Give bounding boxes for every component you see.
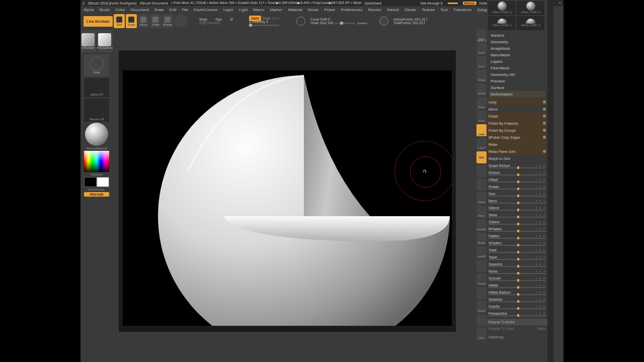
menu-document[interactable]: Document — [131, 8, 149, 12]
section-arraymesh[interactable]: ArrayMesh — [489, 45, 545, 52]
mrgb-group[interactable]: MrgbRgbM Rgb Intensity — [199, 18, 233, 25]
deform-inflate-balloon[interactable]: Inflate Balloonx y z — [487, 289, 547, 296]
tool-zmodeler[interactable]: ZModeler — [80, 30, 96, 52]
deform-spherize[interactable]: Spherizex y z — [487, 296, 547, 303]
deform-polish-by-features[interactable]: Polish By Features — [487, 120, 547, 127]
rtool-rotate[interactable]: Rotate — [476, 233, 487, 245]
menu-macro[interactable]: Macro — [253, 8, 264, 12]
rtool-persp[interactable]: Persp — [476, 97, 487, 109]
quicksave-button[interactable]: QuickSave — [365, 2, 382, 5]
deform-relax-plane-grid[interactable]: Relax Plane Grid — [487, 148, 547, 155]
rtool-qvz[interactable]: Qvz — [476, 151, 487, 163]
deform-squeeze[interactable]: Squeezex y z — [487, 260, 547, 267]
rtool-solo[interactable]: Solo — [476, 328, 487, 340]
menu-stroke[interactable]: Stroke — [405, 8, 416, 12]
section-surface[interactable]: Surface — [489, 84, 545, 91]
stroke-dots[interactable]: Dots — [84, 54, 109, 76]
deform-resym[interactable]: ReSymx y z — [487, 169, 547, 176]
menu-layer[interactable]: Layer — [223, 8, 233, 12]
section-preview[interactable]: Preview — [489, 78, 545, 84]
subtool-thumb[interactable]: UMesh_PM3D_S — [517, 1, 544, 15]
rtool-local[interactable]: Local — [476, 124, 487, 136]
deform-relax[interactable]: Relax — [487, 141, 547, 148]
live-boolean-button[interactable]: Live Boolean — [84, 16, 113, 27]
color-picker[interactable] — [84, 151, 109, 172]
menu-brush[interactable]: Brush — [99, 8, 110, 12]
menu-edit[interactable]: Edit — [170, 8, 177, 12]
deform-skew[interactable]: Skewx y z — [487, 211, 547, 218]
menu-texture[interactable]: Texture — [422, 8, 435, 12]
menus-button[interactable]: Menus — [463, 2, 476, 5]
rtool-transp[interactable]: Transp — [476, 274, 487, 286]
zadd-group[interactable]: ZaddZsubZcut Z Intensity 0 — [249, 17, 279, 26]
mask-button[interactable]: Mask — [517, 325, 547, 332]
menu-draw[interactable]: Draw — [154, 8, 164, 12]
alpha-slot[interactable]: Alpha Off — [84, 78, 109, 97]
rtool-aahalf[interactable]: AAHalf — [476, 83, 487, 96]
rotate-button[interactable]: Rotate — [162, 14, 173, 28]
menu-file[interactable]: File — [182, 8, 188, 12]
rtool-btn17[interactable] — [476, 260, 487, 272]
deform-rotate[interactable]: Rotatex y z — [487, 183, 547, 190]
menu-marker[interactable]: Marker — [270, 8, 283, 12]
menu-tool[interactable]: Tool — [440, 8, 448, 12]
menu-stencil[interactable]: Stencil — [387, 8, 399, 12]
deform-morph-to-grid[interactable]: Morph to Grid — [487, 155, 547, 162]
deform-sflatten[interactable]: SFlattenx y z — [487, 239, 547, 246]
deform-unify[interactable]: Unify — [487, 99, 547, 106]
subtool-thumb[interactable]: UMesh_PM3D_S — [488, 1, 516, 15]
deform-bend[interactable]: Bendx y z — [487, 197, 547, 204]
rtool-floor[interactable]: Floor — [476, 111, 487, 123]
section-fibermesh[interactable]: FiberMesh — [489, 65, 545, 71]
deform-polish-crisp-edges[interactable]: 0Polish Crisp Edges — [487, 134, 547, 141]
deform-mirror[interactable]: Mirror — [487, 106, 547, 113]
section-geometry-hd[interactable]: Geometry HD — [489, 71, 545, 78]
section-deformation[interactable]: Deformation — [489, 91, 545, 98]
rtool-zoom[interactable]: Zoom — [476, 56, 487, 68]
section-nanomesh[interactable]: NanoMesh — [489, 52, 545, 58]
deform-taper[interactable]: Taperx y z — [487, 253, 547, 260]
deform-polish-by-groups[interactable]: Polish By Groups — [487, 127, 547, 134]
right-scrollbar[interactable] — [547, 0, 553, 362]
deform-noise[interactable]: Noisex y z — [487, 267, 547, 275]
color-swatches[interactable] — [84, 177, 109, 187]
rtool-zoom3d[interactable]: Zoom3D — [476, 219, 487, 231]
menu-light[interactable]: Light — [239, 8, 248, 12]
section-subtool[interactable]: Subtool — [489, 32, 545, 39]
menu-alpha[interactable]: Alpha — [84, 8, 94, 12]
gyro-icon[interactable] — [174, 15, 187, 28]
rtool-btn21[interactable] — [476, 314, 487, 326]
menu-material[interactable]: Material — [288, 8, 302, 12]
rtool-xpose[interactable]: Xpose — [476, 301, 487, 313]
menu-color[interactable]: Color — [115, 8, 125, 12]
close-icon[interactable]: ✕ — [558, 1, 561, 5]
repeat-other-button[interactable]: Repeat To Other — [487, 325, 517, 332]
menu-transform[interactable]: Transform — [453, 8, 471, 12]
rtool-btn11[interactable] — [476, 178, 487, 191]
masking-section[interactable]: Masking — [487, 334, 547, 340]
tool-polysphere[interactable]: PolySphere — [97, 30, 113, 52]
rtool-move[interactable]: Move — [476, 206, 487, 218]
deform-size[interactable]: Sizex y z — [487, 190, 547, 197]
focal-gyro-icon[interactable] — [296, 17, 305, 26]
menu-preferences[interactable]: Preferences — [341, 8, 362, 12]
menu-movie[interactable]: Movie — [308, 8, 318, 12]
texture-slot[interactable]: Texture Off — [84, 99, 109, 122]
deform-smart-resym[interactable]: Smart ReSymx y z — [487, 162, 547, 169]
switch-color[interactable]: SwitchColor — [80, 188, 113, 191]
rtool-l.sym[interactable]: L.Sym — [476, 138, 487, 150]
deform-flatten[interactable]: Flattenx y z — [487, 232, 547, 239]
rtool-scroll[interactable]: Scroll — [476, 43, 487, 55]
viewport[interactable] — [123, 70, 452, 326]
spix-label[interactable]: SPix 3 — [477, 39, 486, 42]
edit-button[interactable]: Edit — [114, 14, 125, 28]
section-geometry[interactable]: Geometry — [489, 39, 545, 45]
deform-gravity[interactable]: Gravityx y z — [487, 303, 547, 310]
focal-group[interactable]: Focal Shift 0 Draw Size 104Dynamic — [310, 18, 367, 25]
rtool-btn10[interactable] — [476, 165, 487, 177]
deform-sskew[interactable]: SSkewx y z — [487, 218, 547, 225]
rtool-linefill[interactable]: LineFill — [476, 246, 487, 258]
draw-button[interactable]: Draw — [126, 14, 137, 28]
deform-smooth[interactable]: Smoothx y z — [487, 275, 547, 282]
gradient-label[interactable]: Gradient — [80, 173, 113, 176]
